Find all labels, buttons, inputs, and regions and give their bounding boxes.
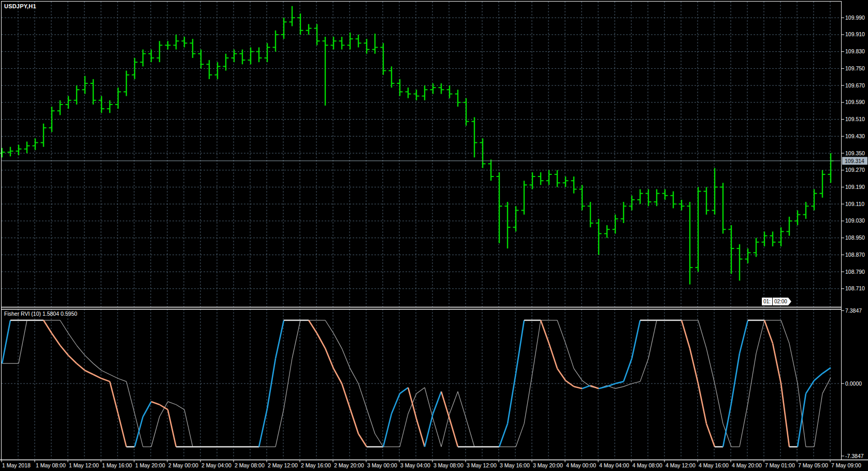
svg-text:109.270: 109.270: [845, 167, 865, 173]
svg-text:109.030: 109.030: [845, 217, 865, 224]
tooltip-minutes: 02:00: [773, 298, 791, 305]
svg-text:3 May 04:00: 3 May 04:00: [400, 462, 430, 468]
svg-text:2 May 04:00: 2 May 04:00: [201, 462, 232, 468]
svg-text:109.510: 109.510: [845, 116, 865, 122]
chart-canvas[interactable]: 109.990109.910109.830109.750109.670109.5…: [0, 0, 868, 471]
svg-text:108.870: 108.870: [845, 252, 865, 258]
svg-text:109.590: 109.590: [845, 99, 865, 105]
time-tooltip: 01: 02:00: [762, 298, 791, 305]
svg-text:4 May 00:00: 4 May 00:00: [566, 462, 596, 468]
svg-text:108.950: 108.950: [845, 234, 865, 241]
ohlc-bars: [0, 6, 834, 285]
time-axis[interactable]: 1 May 20181 May 08:001 May 12:001 May 16…: [2, 460, 861, 468]
svg-text:109.750: 109.750: [845, 65, 865, 71]
svg-text:7 May 09:00: 7 May 09:00: [831, 462, 861, 468]
svg-text:3 May 20:00: 3 May 20:00: [533, 462, 563, 468]
tooltip-hours: 01:: [762, 298, 772, 305]
svg-text:-7.3847: -7.3847: [845, 453, 864, 459]
svg-text:4 May 16:00: 4 May 16:00: [699, 462, 729, 468]
svg-text:108.790: 108.790: [845, 269, 865, 275]
pane-frame: [0, 1, 868, 460]
svg-text:109.190: 109.190: [845, 184, 865, 190]
svg-text:2 May 00:00: 2 May 00:00: [168, 462, 198, 468]
svg-text:3 May 08:00: 3 May 08:00: [433, 462, 464, 468]
svg-text:109.110: 109.110: [845, 201, 864, 207]
svg-text:1 May 2018: 1 May 2018: [2, 462, 31, 468]
indicator-axis[interactable]: 7.38470.0000-7.3847: [841, 307, 864, 459]
symbol-period-label: USDJPY,H1: [4, 3, 36, 9]
svg-text:109.314: 109.314: [845, 158, 864, 164]
svg-text:109.990: 109.990: [845, 14, 865, 21]
svg-text:2 May 08:00: 2 May 08:00: [235, 462, 265, 468]
svg-text:2 May 12:00: 2 May 12:00: [268, 462, 298, 468]
svg-text:1 May 12:00: 1 May 12:00: [69, 462, 99, 468]
grid-lines: [18, 2, 830, 459]
svg-text:1 May 08:00: 1 May 08:00: [36, 462, 66, 468]
svg-text:2 May 16:00: 2 May 16:00: [301, 462, 331, 468]
svg-text:3 May 00:00: 3 May 00:00: [367, 462, 397, 468]
svg-text:109.910: 109.910: [845, 31, 865, 37]
svg-text:3 May 12:00: 3 May 12:00: [467, 462, 497, 468]
indicator-label: Fisher RVI (10) 1.5804 0.5950: [4, 311, 77, 317]
svg-text:109.830: 109.830: [845, 48, 865, 54]
svg-text:0.0000: 0.0000: [845, 380, 862, 387]
svg-text:108.710: 108.710: [845, 285, 865, 291]
svg-text:2 May 20:00: 2 May 20:00: [334, 462, 364, 468]
svg-text:7 May 01:00: 7 May 01:00: [765, 462, 795, 468]
svg-text:109.670: 109.670: [845, 82, 865, 89]
svg-text:1 May 16:00: 1 May 16:00: [102, 462, 132, 468]
svg-text:109.350: 109.350: [845, 150, 865, 156]
svg-text:4 May 04:00: 4 May 04:00: [599, 462, 629, 468]
price-axis[interactable]: 109.990109.910109.830109.750109.670109.5…: [841, 14, 867, 292]
svg-text:1 May 20:00: 1 May 20:00: [135, 462, 165, 468]
svg-text:3 May 16:00: 3 May 16:00: [500, 462, 530, 468]
svg-text:4 May 20:00: 4 May 20:00: [732, 462, 762, 468]
svg-text:109.430: 109.430: [845, 133, 865, 139]
mt4-chart-window: 109.990109.910109.830109.750109.670109.5…: [0, 0, 868, 471]
svg-text:4 May 12:00: 4 May 12:00: [666, 462, 696, 468]
svg-text:7.3847: 7.3847: [845, 307, 862, 314]
svg-text:7 May 05:00: 7 May 05:00: [798, 462, 828, 468]
svg-text:4 May 08:00: 4 May 08:00: [632, 462, 662, 468]
